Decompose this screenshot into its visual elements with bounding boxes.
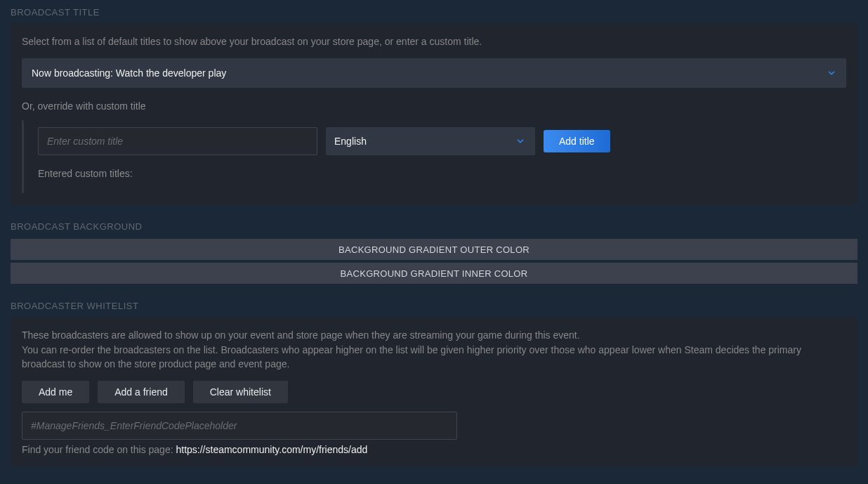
whitelist-desc-line1: These broadcasters are allowed to show u… bbox=[22, 329, 580, 341]
friend-code-input[interactable] bbox=[22, 412, 457, 440]
chevron-down-icon bbox=[515, 136, 525, 146]
gradient-buttons: BACKGROUND GRADIENT OUTER COLOR BACKGROU… bbox=[11, 239, 857, 284]
default-title-selected: Now broadcasting: Watch the developer pl… bbox=[32, 67, 226, 79]
broadcast-background-header: BROADCAST BACKGROUND bbox=[11, 214, 857, 237]
broadcaster-whitelist-header: BROADCASTER WHITELIST bbox=[11, 294, 857, 317]
whitelist-description: These broadcasters are allowed to show u… bbox=[22, 328, 846, 371]
find-code-prefix: Find your friend code on this page: bbox=[22, 444, 176, 455]
default-title-dropdown[interactable]: Now broadcasting: Watch the developer pl… bbox=[22, 58, 846, 88]
broadcast-title-description: Select from a list of default titles to … bbox=[22, 34, 846, 48]
custom-title-input[interactable] bbox=[38, 127, 317, 155]
find-code-link[interactable]: https://steamcommunity.com/my/friends/ad… bbox=[176, 444, 367, 455]
entered-custom-titles-label: Entered custom titles: bbox=[38, 168, 846, 179]
override-label: Or, override with custom title bbox=[22, 100, 846, 112]
add-title-button[interactable]: Add title bbox=[544, 130, 610, 152]
gradient-inner-button[interactable]: BACKGROUND GRADIENT INNER COLOR bbox=[11, 263, 857, 284]
broadcaster-whitelist-panel: These broadcasters are allowed to show u… bbox=[11, 317, 857, 466]
language-selected: English bbox=[334, 136, 367, 147]
gradient-outer-button[interactable]: BACKGROUND GRADIENT OUTER COLOR bbox=[11, 239, 857, 260]
clear-whitelist-button[interactable]: Clear whitelist bbox=[193, 381, 288, 403]
chevron-down-icon bbox=[827, 68, 836, 78]
add-me-button[interactable]: Add me bbox=[22, 381, 89, 403]
custom-title-block: English Add title Entered custom titles: bbox=[22, 120, 846, 193]
broadcast-title-panel: Select from a list of default titles to … bbox=[11, 23, 857, 204]
add-friend-button[interactable]: Add a friend bbox=[98, 381, 185, 403]
broadcast-title-header: BROADCAST TITLE bbox=[11, 0, 857, 23]
find-friend-code-text: Find your friend code on this page: http… bbox=[22, 444, 846, 455]
language-select[interactable]: English bbox=[326, 127, 535, 155]
whitelist-desc-line2: You can re-order the broadcasters on the… bbox=[22, 344, 801, 369]
